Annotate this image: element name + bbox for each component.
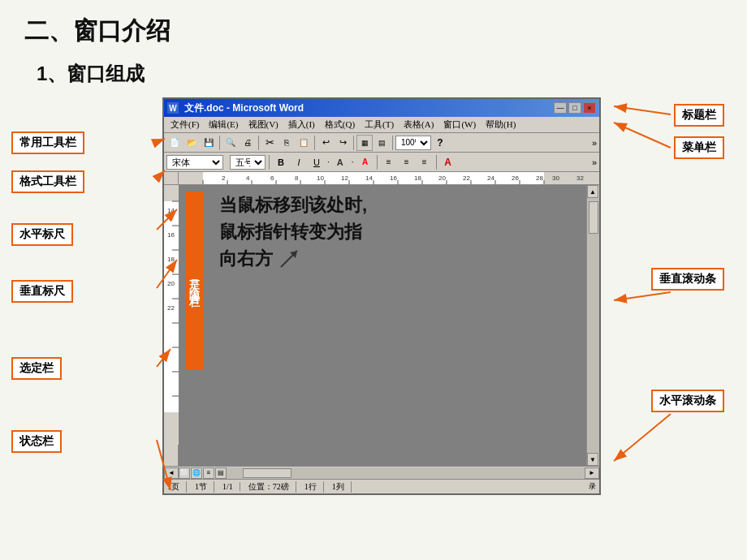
ruler-corner xyxy=(164,172,179,185)
h-scroll-right-btn[interactable]: ► xyxy=(585,467,599,479)
menu-view[interactable]: 视图(V) xyxy=(245,118,282,131)
svg-text:18: 18 xyxy=(414,174,421,182)
ruler-row: 2 4 6 8 10 12 14 16 18 20 22 24 26 28 30… xyxy=(164,172,599,185)
new-btn[interactable]: 📄 xyxy=(166,135,183,151)
standard-toolbar-label-box: 常用工具栏 xyxy=(11,131,84,154)
menu-tools[interactable]: 工具(T) xyxy=(361,118,397,131)
svg-line-60 xyxy=(614,292,671,300)
scroll-up-btn[interactable]: ▲ xyxy=(587,185,598,198)
menu-file[interactable]: 文件(F) xyxy=(167,118,202,131)
menu-help[interactable]: 帮助(H) xyxy=(482,118,519,131)
sub-title: 1、窗口组成 xyxy=(37,61,145,87)
h-ruler: 2 4 6 8 10 12 14 16 18 20 22 24 26 28 30… xyxy=(179,172,599,185)
svg-text:24: 24 xyxy=(487,174,494,182)
font-size-combo[interactable]: 五号 xyxy=(230,155,266,170)
v-ruler: 14 16 18 20 22 xyxy=(164,185,179,466)
menu-bar-label-box: 菜单栏 xyxy=(674,136,724,159)
status-section: 1节 xyxy=(195,481,214,493)
status-line: 1行 xyxy=(304,481,324,493)
font-color-btn[interactable]: A xyxy=(332,154,348,170)
font-color2-btn[interactable]: A xyxy=(440,154,456,170)
h-scroll-track[interactable] xyxy=(227,467,585,479)
fmt-sep4 xyxy=(377,155,378,170)
status-pages: 1/1 xyxy=(222,482,240,491)
svg-text:32: 32 xyxy=(576,174,584,182)
normal-view-btn[interactable]: ▤ xyxy=(215,467,227,479)
close-button[interactable]: × xyxy=(583,102,596,114)
align-center-btn[interactable]: ≡ xyxy=(399,154,415,170)
title-bar: W 文件.doc - Microsoft Word — □ × xyxy=(164,99,599,117)
h-scrollbar-row: ◄ ⬜ 🌐 ≡ ▤ ► xyxy=(164,466,599,479)
copy-btn[interactable]: ⎘ xyxy=(279,135,295,151)
doc-scroll-area[interactable]: 是一个隐含栏 当鼠标移到该处时, 鼠标指针转变为指 向右方 xyxy=(179,185,599,466)
save-btn[interactable]: 💾 xyxy=(201,135,217,151)
svg-text:18: 18 xyxy=(167,256,175,263)
fmt-sep2: · xyxy=(327,157,330,166)
svg-text:20: 20 xyxy=(438,174,446,182)
scroll-down-btn[interactable]: ▼ xyxy=(587,453,598,466)
svg-text:4: 4 xyxy=(246,174,250,182)
bold-btn[interactable]: B xyxy=(273,154,289,170)
svg-text:28: 28 xyxy=(536,174,543,182)
svg-text:2: 2 xyxy=(222,174,226,182)
v-scrollbar[interactable]: ▲ ▼ xyxy=(586,185,599,466)
h-ruler-label-box: 水平标尺 xyxy=(11,223,73,246)
underline-btn[interactable]: U xyxy=(309,154,325,170)
page-view-btn[interactable]: ⬜ xyxy=(179,467,190,479)
doc-content: 当鼠标移到该处时, 鼠标指针转变为指 向右方 xyxy=(219,192,591,458)
font-name-combo[interactable]: 宋体 xyxy=(166,155,223,170)
redo-btn[interactable]: ↪ xyxy=(335,135,351,151)
outline-view-btn[interactable]: ≡ xyxy=(203,467,214,479)
fmt-sep1 xyxy=(269,155,270,170)
svg-text:14: 14 xyxy=(167,207,175,214)
web-view-btn[interactable]: 🌐 xyxy=(191,467,202,479)
print-btn[interactable]: 🖨 xyxy=(240,135,256,151)
menu-format[interactable]: 格式(Q) xyxy=(322,118,358,131)
align-left-btn[interactable]: ≡ xyxy=(381,154,397,170)
table-btn[interactable]: ▦ xyxy=(356,135,373,151)
v-scroll-track[interactable] xyxy=(587,198,599,453)
sep2 xyxy=(258,136,259,150)
open-btn[interactable]: 📂 xyxy=(184,135,200,151)
undo-btn[interactable]: ↩ xyxy=(317,135,334,151)
format-more[interactable]: » xyxy=(592,157,597,167)
menu-insert[interactable]: 插入(I) xyxy=(285,118,318,131)
svg-text:16: 16 xyxy=(167,231,175,239)
menu-edit[interactable]: 编辑(E) xyxy=(205,118,241,131)
cols-btn[interactable]: ▤ xyxy=(374,135,390,151)
menu-table[interactable]: 表格(A) xyxy=(400,118,437,131)
fmt-sep3: · xyxy=(352,157,354,166)
svg-line-61 xyxy=(614,414,671,461)
doc-text-line3: 向右方 xyxy=(219,245,273,272)
align-right-btn[interactable]: ≡ xyxy=(417,154,433,170)
word-window: W 文件.doc - Microsoft Word — □ × 文件(F) 编辑… xyxy=(162,97,601,495)
zoom-combo[interactable]: 100% xyxy=(395,136,431,150)
minimize-button[interactable]: — xyxy=(554,102,567,114)
fmt-sep5 xyxy=(436,155,437,170)
h-scroll-thumb[interactable] xyxy=(243,468,291,478)
svg-text:16: 16 xyxy=(390,174,397,182)
print-preview-btn[interactable]: 🔍 xyxy=(222,135,239,151)
status-bar: 1页 1节 1/1 位置：72磅 1行 1列 录 xyxy=(164,479,599,493)
svg-text:26: 26 xyxy=(512,174,519,182)
svg-line-52 xyxy=(614,106,671,114)
v-scroll-thumb[interactable] xyxy=(589,201,598,234)
paste-btn[interactable]: 📋 xyxy=(296,135,312,151)
orange-bar-text: 是一个隐含栏 xyxy=(187,271,201,291)
cut-btn[interactable]: ✂ xyxy=(261,135,278,151)
italic-btn[interactable]: I xyxy=(291,154,307,170)
sep4 xyxy=(353,136,354,150)
highlight-btn[interactable]: A xyxy=(357,154,374,170)
help-btn[interactable]: ? xyxy=(432,135,448,151)
status-page: 1页 xyxy=(167,481,187,493)
main-title: 二、窗口介绍 xyxy=(24,15,171,48)
h-scroll-left-btn[interactable]: ◄ xyxy=(164,467,179,479)
restore-button[interactable]: □ xyxy=(568,102,581,114)
menu-window[interactable]: 窗口(W) xyxy=(440,118,479,131)
toolbar-more[interactable]: » xyxy=(592,138,597,148)
h-scrollbar-label-box: 水平滚动条 xyxy=(651,390,724,412)
svg-line-53 xyxy=(614,123,671,148)
v-ruler-label-box: 垂直标尺 xyxy=(11,280,73,303)
format-toolbar-label-box: 格式工具栏 xyxy=(11,170,84,193)
svg-text:8: 8 xyxy=(295,174,299,182)
